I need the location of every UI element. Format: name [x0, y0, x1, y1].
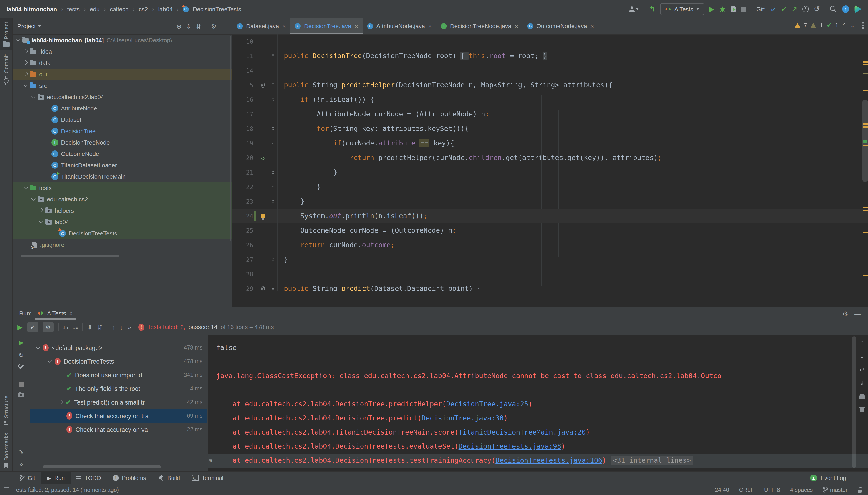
fold-region-icon[interactable]: ⌂: [269, 92, 278, 107]
toolwindow-build[interactable]: Build: [152, 472, 186, 484]
run-configuration-select[interactable]: A Tests: [660, 3, 704, 15]
tab-dataset-java[interactable]: Dataset.java ×: [232, 18, 291, 34]
git-push-icon[interactable]: ↗: [791, 6, 797, 12]
chevron-expanded-icon[interactable]: [23, 83, 28, 87]
chevron-expanded-icon[interactable]: [31, 94, 36, 98]
scroll-to-end-icon[interactable]: ⇟: [859, 380, 865, 386]
fold-expand-icon[interactable]: ⊞: [209, 454, 212, 468]
fold-region-end-icon[interactable]: ⌂: [269, 252, 278, 267]
file-encoding[interactable]: UTF-8: [764, 487, 780, 493]
event-log-button[interactable]: 1 Event Log: [810, 475, 868, 481]
window-icon[interactable]: [4, 487, 9, 492]
fold-region-icon[interactable]: ⌂: [269, 136, 278, 151]
test-tree-horizontal-scrollbar[interactable]: [43, 465, 161, 468]
more-actions-icon[interactable]: »: [128, 324, 131, 330]
tree-item-tests[interactable]: tests: [13, 182, 232, 194]
test-node-passed-group[interactable]: ✔ Test predict() on a small tr 42 ms: [30, 395, 207, 409]
tree-item-outcomenode[interactable]: OutcomeNode: [13, 148, 232, 159]
project-horizontal-scrollbar[interactable]: [21, 255, 119, 257]
tree-item-gitignore[interactable]: ⊘ .gitignore: [13, 239, 232, 251]
chevron-collapsed-icon[interactable]: [23, 72, 28, 76]
search-everywhere-icon[interactable]: [830, 6, 835, 11]
lightbulb-icon[interactable]: [257, 209, 269, 223]
fold-region-end-icon[interactable]: ⌂: [269, 165, 278, 180]
clear-console-icon[interactable]: [860, 408, 864, 412]
test-node-passed[interactable]: ✔ The only field is the root 4 ms: [30, 382, 207, 395]
rerun-button[interactable]: ▶: [17, 324, 22, 330]
history-clock-icon[interactable]: [802, 6, 809, 12]
breadcrumb-item[interactable]: cs2: [139, 6, 148, 13]
user-account-icon[interactable]: [629, 6, 639, 12]
show-ignored-toggle[interactable]: ⊘: [43, 322, 53, 332]
rollback-icon[interactable]: ↺: [814, 6, 820, 12]
fold-region-icon[interactable]: ⌂: [269, 121, 278, 136]
tab-attributenode-java[interactable]: AttributeNode.java ×: [363, 18, 436, 34]
tab-outcomenode-java[interactable]: OutcomeNode.java ×: [523, 18, 599, 34]
unlock-icon[interactable]: [857, 489, 862, 493]
git-branch-widget[interactable]: master: [823, 487, 848, 493]
tab-decisiontree-java[interactable]: DecisionTree.java ×: [291, 18, 363, 34]
down-stacktrace-icon[interactable]: ↓: [861, 353, 864, 359]
chevron-collapsed-icon[interactable]: [59, 399, 63, 404]
chevron-expanded-icon[interactable]: [16, 37, 20, 41]
collapse-all-icon[interactable]: ⇵: [97, 324, 102, 330]
chevron-down-icon[interactable]: [38, 25, 41, 27]
line-ending[interactable]: CRLF: [739, 487, 754, 493]
fold-region-end-icon[interactable]: ⌂: [269, 180, 278, 194]
show-passed-toggle[interactable]: ✔: [27, 322, 38, 332]
next-problem-icon[interactable]: ⌄: [850, 22, 855, 29]
toolwindow-git[interactable]: Git: [14, 472, 41, 484]
sort-alphabetically-icon[interactable]: ↓a: [63, 324, 68, 330]
import-test-results-icon[interactable]: ⇘: [19, 449, 24, 455]
status-message[interactable]: Tests failed: 2, passed: 14 (moments ago…: [13, 487, 119, 493]
wrench-icon[interactable]: [18, 364, 24, 370]
test-node-failed[interactable]: Check that accuracy on va 22 ms: [30, 423, 207, 437]
tree-item-titanicdatasetloader[interactable]: TitanicDatasetLoader: [13, 159, 232, 171]
breadcrumb-item[interactable]: caltech: [110, 6, 129, 13]
console-stack-line[interactable]: at edu.caltech.cs2.lab04.DecisionTree.pr…: [208, 411, 868, 425]
test-node-default-package[interactable]: <default package> 478 ms: [30, 341, 207, 355]
tree-item-decisiontree[interactable]: DecisionTree: [13, 125, 232, 137]
tree-item-out[interactable]: out: [13, 69, 232, 80]
rerun-failed-tests-icon[interactable]: ▶: [19, 339, 23, 346]
next-failed-test-icon[interactable]: ↓: [120, 323, 123, 331]
more-chevrons-icon[interactable]: »: [19, 461, 23, 472]
tab-decisiontreenode-java[interactable]: DecisionTreeNode.java ×: [437, 18, 523, 34]
breadcrumb-item[interactable]: lab04: [158, 6, 173, 13]
override-annotation-icon[interactable]: @: [257, 78, 269, 92]
tab-options-icon[interactable]: [862, 22, 868, 31]
toolwindow-todo[interactable]: TODO: [70, 472, 107, 484]
update-notification-icon[interactable]: ↑: [842, 5, 849, 13]
gear-icon[interactable]: ⚙: [842, 310, 848, 317]
close-icon[interactable]: ×: [282, 22, 286, 30]
collapse-all-icon[interactable]: ⇵: [196, 23, 201, 29]
previous-failed-test-icon[interactable]: ↑: [112, 323, 115, 331]
test-node-passed[interactable]: ✔ Does not use or import d 341 ms: [30, 368, 207, 382]
console-stack-line[interactable]: at edu.caltech.cs2.lab04.DecisionTree.pr…: [208, 397, 868, 411]
close-icon[interactable]: ×: [355, 22, 358, 30]
run-with-coverage-button[interactable]: [731, 6, 736, 12]
soft-wrap-icon[interactable]: ↵: [859, 366, 865, 373]
tree-item-dataset[interactable]: Dataset: [13, 114, 232, 125]
expand-all-icon[interactable]: ⇕: [186, 23, 191, 29]
tree-item-attributenode[interactable]: AttributeNode: [13, 103, 232, 114]
stripe-tab-commit[interactable]: Commit: [0, 50, 12, 89]
console-stack-line-highlighted[interactable]: ⊞ at edu.caltech.cs2.lab04.DecisionTreeT…: [208, 454, 868, 468]
chevron-expanded-icon[interactable]: [39, 219, 44, 223]
git-update-icon[interactable]: ↙: [770, 6, 776, 12]
code-with-me-icon[interactable]: [854, 5, 862, 13]
test-console[interactable]: false java.lang.ClassCastException: clas…: [208, 335, 868, 472]
override-annotation-icon[interactable]: @: [257, 281, 269, 291]
git-commit-check-icon[interactable]: ✔: [781, 6, 787, 12]
toggle-auto-test-icon[interactable]: ↻: [18, 352, 24, 358]
chevron-collapsed-icon[interactable]: [23, 49, 28, 53]
stripe-tab-bookmarks[interactable]: Bookmarks: [0, 429, 12, 471]
project-vertical-scrollbar[interactable]: [230, 36, 231, 241]
hide-panel-icon[interactable]: —: [221, 23, 228, 29]
thread-dump-camera-icon[interactable]: [18, 393, 24, 397]
expand-all-icon[interactable]: ⇕: [87, 324, 93, 330]
close-icon[interactable]: ×: [590, 22, 594, 30]
chevron-collapsed-icon[interactable]: [23, 60, 28, 65]
fold-collapse-icon[interactable]: ⊟: [269, 281, 278, 291]
test-node-failed-selected[interactable]: Check that accuracy on tra 69 ms: [30, 409, 207, 423]
